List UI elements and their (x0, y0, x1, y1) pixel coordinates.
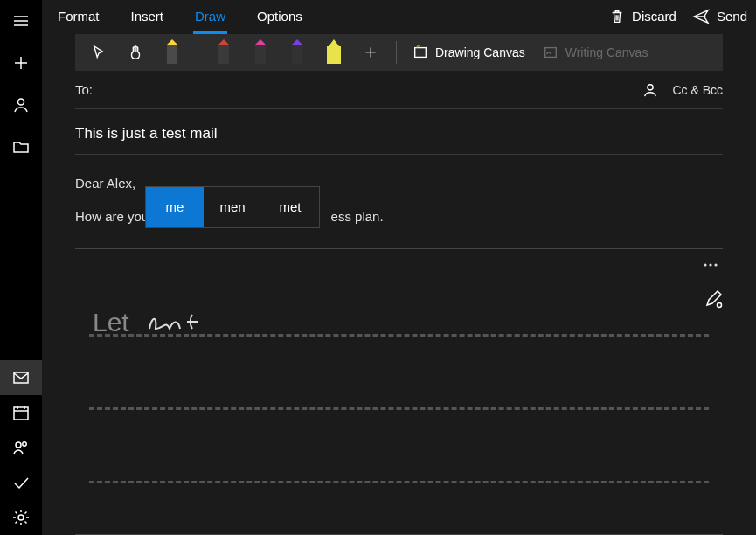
send-icon (692, 9, 710, 24)
ribbon-tabbar: Format Insert Draw Options Discard Send (42, 0, 756, 32)
to-field-row[interactable]: To: Cc & Bcc (75, 71, 723, 109)
ccbcc-button[interactable]: Cc & Bcc (672, 83, 723, 97)
plus-thin-icon (364, 45, 378, 59)
svg-point-10 (709, 263, 711, 266)
writing-canvas-section: Let (75, 248, 723, 535)
send-button[interactable]: Send (692, 9, 747, 24)
svg-rect-7 (544, 48, 556, 58)
pen-icon (216, 39, 232, 66)
writing-canvas-button[interactable]: Writing Canvas (538, 45, 654, 60)
discard-label: Discard (632, 9, 676, 24)
drawing-canvas-label: Drawing Canvas (435, 45, 525, 59)
main-area: Format Insert Draw Options Discard Send (42, 0, 756, 535)
discard-button[interactable]: Discard (609, 9, 676, 24)
svg-point-4 (23, 442, 26, 446)
pen-2[interactable] (209, 34, 239, 71)
highlighter[interactable] (319, 34, 349, 71)
mail-app-button[interactable] (0, 360, 42, 395)
to-label: To: (75, 82, 93, 97)
highlighter-icon (326, 39, 342, 66)
pen-3[interactable] (246, 34, 275, 71)
pen-4[interactable] (282, 34, 312, 71)
cursor-icon (91, 45, 107, 60)
tab-draw[interactable]: Draw (188, 3, 232, 29)
pen-1[interactable] (157, 34, 187, 71)
body-line-2-pre: How are you (75, 209, 149, 224)
tab-options[interactable]: Options (250, 3, 309, 29)
pen-icon (289, 39, 305, 66)
writing-line-1[interactable]: Let (89, 284, 709, 337)
writing-line-2[interactable] (89, 358, 709, 410)
send-label: Send (717, 9, 747, 24)
svg-point-12 (718, 303, 722, 308)
gear-icon (12, 509, 30, 526)
handwriting-ink (145, 302, 215, 337)
check-icon (12, 474, 30, 491)
suggestion-2[interactable]: men (204, 187, 261, 227)
accounts-button[interactable] (0, 84, 42, 126)
people-app-button[interactable] (0, 430, 42, 465)
suggestion-1[interactable]: me (146, 187, 204, 227)
svg-point-8 (648, 84, 653, 89)
settings-button[interactable] (0, 500, 42, 535)
ellipsis-icon (702, 261, 719, 268)
nav-rail (0, 0, 42, 535)
hamburger-icon (12, 12, 30, 30)
svg-rect-1 (14, 372, 28, 383)
ink-more-button[interactable] (698, 253, 723, 277)
suggestion-3[interactable]: met (261, 187, 319, 227)
trash-icon (609, 9, 625, 24)
writing-area[interactable]: Let (75, 284, 723, 517)
draw-toolstrip: Drawing Canvas Writing Canvas (75, 34, 723, 71)
svg-rect-2 (14, 407, 28, 420)
subject-field[interactable]: This is just a test mail (75, 113, 723, 155)
divider (198, 41, 198, 64)
menu-button[interactable] (0, 0, 42, 42)
pen-icon (253, 39, 268, 66)
compose-fields: To: Cc & Bcc This is just a test mail De… (42, 71, 756, 535)
svg-point-0 (18, 99, 24, 105)
recognized-text: Let (93, 308, 129, 337)
select-tool[interactable] (84, 34, 114, 71)
person-icon (12, 96, 30, 114)
svg-rect-6 (415, 48, 427, 58)
add-pen-button[interactable] (356, 34, 385, 71)
todo-app-button[interactable] (0, 465, 42, 500)
writing-line-3[interactable] (89, 431, 709, 483)
subject-text: This is just a test mail (75, 125, 218, 142)
mail-icon (12, 369, 30, 386)
contact-picker-icon[interactable] (642, 82, 658, 98)
canvas-add-icon (413, 45, 428, 60)
folders-button[interactable] (0, 126, 42, 168)
ime-suggestion-bar: me men met (145, 186, 320, 228)
drawing-canvas-button[interactable]: Drawing Canvas (407, 45, 531, 60)
tab-insert[interactable]: Insert (124, 3, 171, 29)
pen-icon (164, 39, 180, 66)
svg-point-3 (16, 442, 21, 448)
svg-point-9 (704, 263, 706, 266)
svg-point-11 (714, 263, 717, 266)
plus-icon (12, 54, 30, 72)
new-mail-button[interactable] (0, 42, 42, 84)
writing-canvas-icon (543, 45, 558, 60)
tab-format[interactable]: Format (51, 3, 107, 29)
writing-canvas-label: Writing Canvas (565, 45, 648, 59)
calendar-icon (12, 404, 30, 421)
folder-icon (12, 138, 30, 156)
calendar-app-button[interactable] (0, 395, 42, 430)
divider (396, 41, 397, 64)
people-icon (12, 439, 30, 456)
svg-point-5 (18, 515, 24, 520)
hand-icon (128, 45, 143, 60)
touch-draw-tool[interactable] (121, 34, 150, 71)
message-body[interactable]: Dear Alex, How are you ess plan. me men … (75, 155, 723, 227)
body-line-2-post: ess plan. (331, 209, 384, 224)
